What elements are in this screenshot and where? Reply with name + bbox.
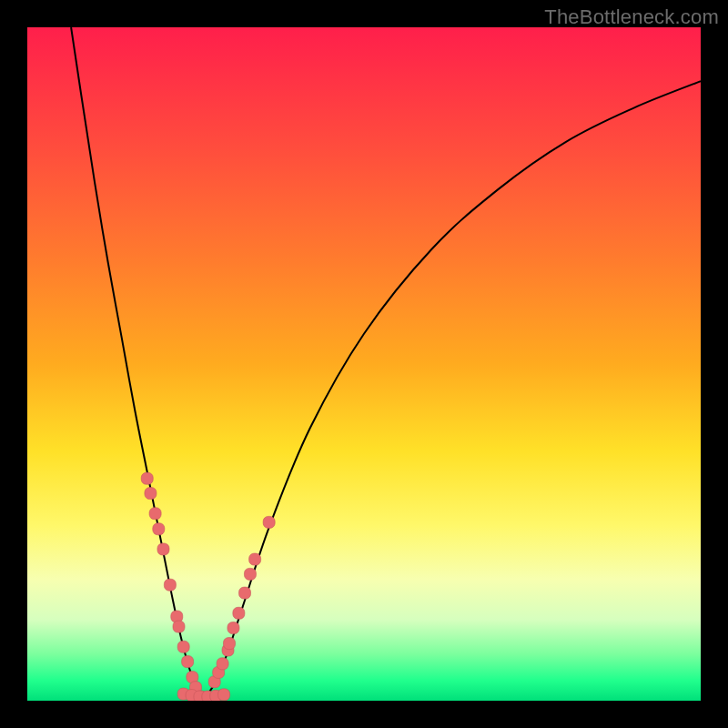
marker-point — [224, 638, 236, 650]
marker-point — [141, 472, 153, 484]
right-curve — [202, 81, 701, 699]
marker-point — [217, 658, 228, 670]
marker-point — [218, 689, 230, 701]
highlight-markers — [141, 472, 275, 701]
marker-point — [149, 508, 161, 520]
marker-point — [173, 621, 185, 632]
chart-frame: TheBottleneck.com — [0, 0, 728, 728]
chart-svg — [27, 27, 701, 701]
marker-point — [164, 579, 176, 591]
plot-area — [27, 27, 701, 701]
marker-point — [157, 543, 169, 555]
marker-point — [249, 553, 261, 565]
marker-point — [244, 568, 256, 580]
marker-point — [233, 607, 245, 619]
marker-point — [182, 656, 194, 668]
watermark-text: TheBottleneck.com — [544, 5, 719, 29]
marker-point — [177, 641, 189, 652]
marker-point — [153, 523, 165, 535]
marker-point — [145, 488, 157, 500]
left-curve — [71, 27, 202, 699]
marker-point — [239, 587, 251, 599]
marker-point — [263, 516, 275, 528]
marker-point — [228, 622, 239, 634]
